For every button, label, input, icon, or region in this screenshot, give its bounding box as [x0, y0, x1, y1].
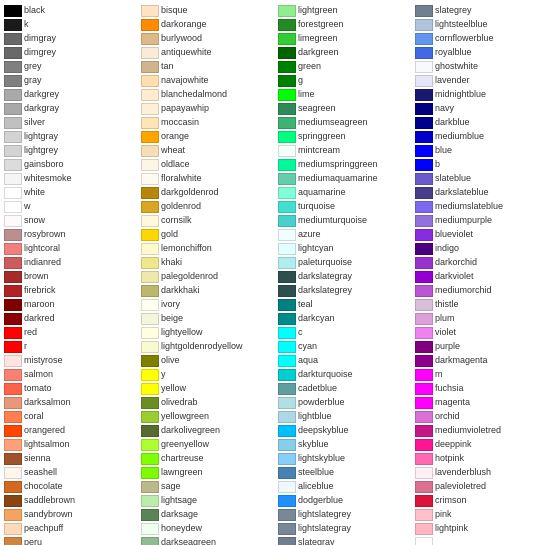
color-swatch: [4, 411, 22, 423]
color-name-label: coral: [24, 412, 44, 421]
color-row: mistyrose: [4, 354, 139, 367]
color-swatch: [415, 103, 433, 115]
color-swatch: [141, 327, 159, 339]
color-swatch: [141, 201, 159, 213]
color-swatch: [415, 453, 433, 465]
color-name-label: teal: [298, 300, 313, 309]
color-name-label: lightcyan: [298, 244, 334, 253]
color-row: lavenderblush: [415, 466, 550, 479]
color-row: lavender: [415, 74, 550, 87]
color-row: paleturquoise: [278, 256, 413, 269]
color-row: gold: [141, 228, 276, 241]
color-row: royalblue: [415, 46, 550, 59]
color-name-label: yellow: [161, 384, 186, 393]
color-row: snow: [4, 214, 139, 227]
color-swatch: [415, 467, 433, 479]
color-name-label: tomato: [24, 384, 52, 393]
color-row: aquamarine: [278, 186, 413, 199]
color-name-label: indigo: [435, 244, 459, 253]
color-name-label: darkorchid: [435, 258, 477, 267]
color-swatch: [141, 117, 159, 129]
color-name-label: lavender: [435, 76, 470, 85]
color-name-label: chartreuse: [161, 454, 204, 463]
color-swatch: [141, 341, 159, 353]
color-name-label: mintcream: [298, 146, 340, 155]
color-swatch: [415, 425, 433, 437]
color-swatch: [415, 131, 433, 143]
color-swatch: [415, 313, 433, 325]
color-name-label: lightpink: [435, 524, 468, 533]
color-swatch: [278, 103, 296, 115]
color-name-label: skyblue: [298, 440, 329, 449]
color-name-label: moccasin: [161, 118, 199, 127]
color-row: lightblue: [278, 410, 413, 423]
color-swatch: [4, 271, 22, 283]
color-name-label: green: [298, 62, 321, 71]
color-row: lightgray: [4, 130, 139, 143]
color-swatch: [141, 481, 159, 493]
color-swatch: [4, 397, 22, 409]
color-swatch: [278, 19, 296, 31]
color-row: yellowgreen: [141, 410, 276, 423]
color-row: red: [4, 326, 139, 339]
color-name-label: lemonchiffon: [161, 244, 212, 253]
color-row: sienna: [4, 452, 139, 465]
color-row: darkred: [4, 312, 139, 325]
color-swatch: [415, 187, 433, 199]
color-swatch: [4, 117, 22, 129]
color-swatch: [141, 173, 159, 185]
color-row: firebrick: [4, 284, 139, 297]
color-row: teal: [278, 298, 413, 311]
color-row: cornsilk: [141, 214, 276, 227]
color-row: whitesmoke: [4, 172, 139, 185]
color-row: darkorchid: [415, 256, 550, 269]
color-swatch: [415, 285, 433, 297]
color-row: lightyellow: [141, 326, 276, 339]
color-row: sage: [141, 480, 276, 493]
color-row: salmon: [4, 368, 139, 381]
color-name-label: greenyellow: [161, 440, 209, 449]
color-name-label: sienna: [24, 454, 51, 463]
color-swatch: [141, 285, 159, 297]
color-swatch: [278, 61, 296, 73]
color-swatch: [4, 257, 22, 269]
color-row: purple: [415, 340, 550, 353]
color-name-label: grey: [24, 62, 42, 71]
color-row: mediumspringgreen: [278, 158, 413, 171]
color-row: gray: [4, 74, 139, 87]
color-swatch: [415, 341, 433, 353]
color-name-label: orangered: [24, 426, 65, 435]
color-name-label: steelblue: [298, 468, 334, 477]
color-row: burlywood: [141, 32, 276, 45]
color-swatch: [415, 523, 433, 535]
color-row: darkslategrey: [278, 284, 413, 297]
color-row: mediumslateblue: [415, 200, 550, 213]
color-row: darkslateblue: [415, 186, 550, 199]
color-swatch: [278, 411, 296, 423]
color-swatch: [415, 173, 433, 185]
color-swatch: [278, 495, 296, 507]
color-swatch: [141, 257, 159, 269]
color-name-label: lime: [298, 90, 315, 99]
color-name-label: lightsteelblue: [435, 20, 488, 29]
color-row: b: [415, 158, 550, 171]
color-name-label: indianred: [24, 258, 61, 267]
color-name-label: papayawhip: [161, 104, 209, 113]
color-name-label: cornflowerblue: [435, 34, 494, 43]
color-row: cyan: [278, 340, 413, 353]
color-swatch: [415, 5, 433, 17]
color-name-label: goldenrod: [161, 202, 201, 211]
color-name-label: peru: [24, 538, 42, 545]
color-row: sandybrown: [4, 508, 139, 521]
color-name-label: royalblue: [435, 48, 472, 57]
color-swatch: [4, 369, 22, 381]
color-row: midnightblue: [415, 88, 550, 101]
color-row: darkslategray: [278, 270, 413, 283]
color-swatch: [415, 243, 433, 255]
color-swatch: [415, 33, 433, 45]
color-swatch: [141, 33, 159, 45]
color-swatch: [278, 173, 296, 185]
color-name-label: mediumseagreen: [298, 118, 368, 127]
color-name-label: thistle: [435, 300, 459, 309]
color-name-label: blueviolet: [435, 230, 473, 239]
